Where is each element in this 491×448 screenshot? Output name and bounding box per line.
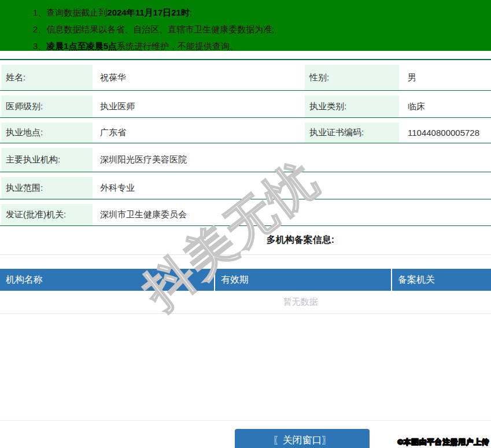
notice-banner: 1、查询数据截止到2024年11月17日21时; 2、信息数据结果以各省、自治区… — [0, 0, 491, 51]
certificate-number-value: 110440800005728 — [399, 123, 491, 143]
notice-number: 3、 — [33, 41, 46, 51]
column-header-validity-period: 有效期 — [215, 269, 392, 291]
notice-bold-text: 凌晨1点至凌晨5点 — [46, 41, 117, 51]
practitioner-info-table: 姓名: 祝葆华 性别: 男 医师级别: 执业医师 执业类别: 临床 执业地点: … — [0, 59, 491, 255]
main-institution-label: 主要执业机构: — [1, 148, 93, 172]
notice-line-3: 3、凌晨1点至凌晨5点系统进行维护，不能提供查询。 — [33, 38, 485, 54]
table-row: 主要执业机构: 深圳阳光医疗美容医院 — [0, 143, 491, 172]
practice-scope-value: 外科专业 — [93, 177, 491, 199]
practice-scope-label: 执业范围: — [1, 177, 93, 199]
notice-line-1: 1、查询数据截止到2024年11月17日21时; — [33, 4, 485, 21]
gender-label: 性别: — [305, 65, 399, 90]
table-row: 姓名: 祝葆华 性别: 男 — [0, 60, 491, 91]
notice-text: ; — [190, 8, 192, 17]
issuing-authority-label: 发证(批准)机关: — [1, 204, 93, 225]
notice-text: 信息数据结果以各省、自治区、直辖市卫生健康委数据为准; — [46, 24, 274, 34]
certificate-number-label: 执业证书编码: — [305, 123, 399, 143]
practice-location-label: 执业地点: — [1, 123, 93, 143]
no-data-placeholder: 暂无数据 — [0, 291, 491, 314]
table-row: 执业范围: 外科专业 — [0, 172, 491, 199]
notice-number: 2、 — [33, 24, 46, 34]
gender-value: 男 — [399, 65, 491, 90]
doctor-level-label: 医师级别: — [1, 95, 93, 117]
column-header-institution-name: 机构名称 — [0, 269, 215, 291]
name-value: 祝葆华 — [93, 65, 304, 90]
notice-bold-text: 2024年11月17日21时 — [107, 8, 190, 17]
column-header-filing-authority: 备案机关 — [392, 269, 491, 291]
footer-divider — [0, 420, 491, 421]
table-row: 医师级别: 执业医师 执业类别: 临床 — [0, 91, 491, 118]
filing-table-header: 机构名称 有效期 备案机关 — [0, 269, 491, 291]
notice-text: 查询数据截止到 — [46, 8, 107, 17]
practice-category-label: 执业类别: — [305, 95, 399, 117]
issuing-authority-value: 深圳市卫生健康委员会 — [93, 204, 491, 225]
practice-location-value: 广东省 — [93, 123, 304, 143]
notice-line-2: 2、信息数据结果以各省、自治区、直辖市卫生健康委数据为准; — [33, 21, 485, 38]
table-row: 执业地点: 广东省 执业证书编码: 110440800005728 — [0, 118, 491, 143]
doctor-level-value: 执业医师 — [93, 95, 304, 117]
notice-text: 系统进行维护，不能提供查询。 — [117, 41, 238, 51]
notice-number: 1、 — [33, 8, 46, 17]
multi-institution-section-title: 多机构备案信息: — [0, 226, 491, 255]
main-institution-value: 深圳阳光医疗美容医院 — [93, 148, 491, 172]
table-row: 发证(批准)机关: 深圳市卫生健康委员会 — [0, 199, 491, 226]
name-label: 姓名: — [1, 65, 93, 90]
practice-category-value: 临床 — [399, 95, 491, 117]
close-window-button[interactable]: 〖关闭窗口〗 — [235, 429, 370, 448]
copyright-watermark-text: ©本图由平台注册用户上传 — [397, 437, 489, 447]
